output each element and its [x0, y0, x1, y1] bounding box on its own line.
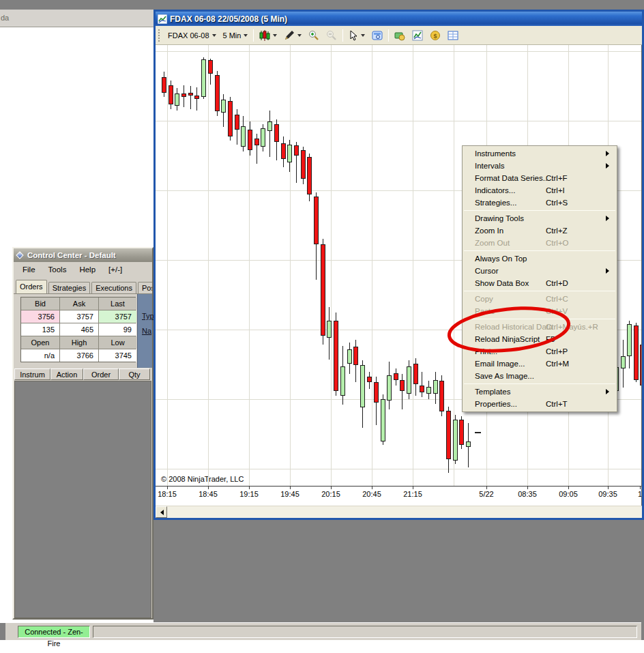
chart-style-button[interactable] — [256, 28, 280, 43]
menu-item-shortcut: Ctrl+P — [546, 345, 568, 358]
market-data-panel: BidAskLast37563757375713546599OpenHighLo… — [14, 293, 152, 367]
menu-item-format-data-series[interactable]: Format Data Series...Ctrl+F — [463, 172, 617, 184]
data-box-button[interactable] — [368, 28, 386, 43]
candle-up — [387, 375, 392, 401]
x-axis-label: 21:15 — [403, 490, 422, 498]
orders-column-headers: InstrumActionOrderQty — [14, 368, 152, 381]
menu-item-label: Print... — [475, 347, 497, 355]
menu-item-show-data-box[interactable]: Show Data BoxCtrl+D — [463, 277, 617, 289]
side-link-typ[interactable]: Typ — [142, 312, 152, 320]
chart-scrollbar[interactable] — [156, 506, 642, 518]
menu-item-always-on-top[interactable]: Always On Top — [463, 252, 617, 265]
new-chart-button[interactable] — [409, 28, 426, 43]
menu-item-cursor[interactable]: Cursor — [463, 265, 617, 277]
candle-up — [407, 366, 411, 394]
menu-item-paste: PasteCtrl+V — [463, 305, 617, 317]
candle-wick — [269, 111, 270, 157]
quote-value-cell: 135 — [21, 323, 59, 336]
menu-item-shortcut: Ctrl+Mayús.+R — [546, 321, 598, 333]
quote-value-cell: 3766 — [60, 349, 98, 362]
candle-up — [433, 380, 438, 394]
candle-up — [340, 366, 345, 396]
drawing-tools-button[interactable] — [280, 28, 305, 43]
candle-down — [188, 93, 193, 96]
menu-item-reload-ninjascript[interactable]: Reload NinjaScriptF5 — [463, 333, 617, 345]
candle-down — [254, 139, 259, 145]
arrow-left-icon — [158, 510, 164, 515]
x-axis-label: 1 — [638, 490, 642, 498]
side-link-na[interactable]: Na — [142, 327, 152, 335]
candle-up — [426, 387, 431, 394]
order-column-instrum[interactable]: Instrum — [14, 368, 50, 380]
quote-value-cell: 99 — [99, 323, 136, 336]
candle-down — [235, 115, 239, 130]
chart-toolbar: FDAX 06-08 5 Min — [156, 26, 642, 45]
menu-item-shortcut: Ctrl+C — [546, 293, 568, 305]
account-button[interactable]: $ — [426, 28, 444, 43]
menu-item-print[interactable]: Print...Ctrl+P — [463, 345, 617, 358]
interval-dropdown[interactable]: 5 Min — [220, 28, 252, 43]
candle-down — [274, 124, 279, 142]
order-column-qty[interactable]: Qty — [119, 368, 150, 380]
quote-value-cell: 3756 — [21, 310, 59, 323]
menu-item-templates[interactable]: Templates — [463, 386, 617, 398]
toolbar-drag-handle[interactable] — [158, 29, 161, 42]
cursor-tool-button[interactable] — [345, 28, 368, 43]
menu-item-strategies[interactable]: Strategies...Ctrl+S — [463, 197, 617, 209]
menu-item-label: Drawing Tools — [475, 214, 524, 222]
cc-menu-help[interactable]: Help — [79, 265, 96, 274]
x-axis-label: 09:35 — [598, 490, 617, 498]
candlestick-style-icon — [259, 30, 270, 41]
market-analyzer-button[interactable] — [391, 28, 409, 43]
control-center-titlebar[interactable]: Control Center - Default — [14, 248, 152, 262]
menu-item-label: Reload Historical Data — [475, 323, 553, 331]
order-column-action[interactable]: Action — [50, 368, 83, 380]
vertical-gridline — [372, 45, 372, 486]
chevron-down-icon — [244, 34, 248, 39]
tab-executions[interactable]: Executions — [91, 282, 136, 293]
candle-down — [314, 197, 319, 244]
quote-value-cell: 465 — [60, 323, 98, 336]
candle-up — [175, 93, 179, 106]
background-window-text: da — [1, 14, 9, 22]
chart-window-titlebar[interactable]: FDAX 06-08 22/05/2008 (5 Min) — [156, 12, 642, 26]
menu-item-intervals[interactable]: Intervals — [463, 160, 617, 172]
order-column-order[interactable]: Order — [83, 368, 119, 380]
x-axis-label: 18:15 — [158, 490, 177, 498]
x-axis-label: 09:05 — [559, 490, 578, 498]
cc-menu-file[interactable]: File — [23, 265, 35, 274]
grid-view-button[interactable] — [444, 28, 462, 43]
menu-item-email-image[interactable]: Email Image...Ctrl+M — [463, 358, 617, 370]
instrument-dropdown[interactable]: FDAX 06-08 — [164, 28, 220, 43]
zoom-in-button[interactable] — [305, 28, 323, 43]
candle-down — [181, 93, 186, 97]
scrollbar-left-button[interactable] — [156, 506, 167, 518]
x-axis-tick — [486, 486, 487, 489]
menu-item-shortcut: Ctrl+T — [546, 398, 568, 410]
candle-up — [201, 59, 206, 97]
x-axis-line — [156, 486, 642, 487]
menu-separator — [464, 250, 615, 251]
tab-posit[interactable]: Posit — [138, 282, 152, 293]
menu-item-label: Zoom Out — [475, 239, 510, 247]
cc-menu-tools[interactable]: Tools — [48, 265, 67, 274]
cc-menu-[interactable]: [+/-] — [108, 265, 122, 274]
x-axis-label: 19:45 — [280, 490, 299, 498]
menu-item-zoom-in[interactable]: Zoom InCtrl+Z — [463, 224, 617, 237]
tab-orders[interactable]: Orders — [16, 280, 47, 293]
menu-item-shortcut: Ctrl+V — [546, 305, 568, 317]
menu-item-drawing-tools[interactable]: Drawing Tools — [463, 212, 617, 224]
menu-item-instruments[interactable]: Instruments — [463, 147, 617, 160]
menu-item-save-as-image[interactable]: Save As Image... — [463, 370, 617, 382]
menu-item-copy: CopyCtrl+C — [463, 293, 617, 305]
candle-wick — [422, 372, 422, 397]
menu-item-indicators[interactable]: Indicators...Ctrl+I — [463, 184, 617, 197]
candle-down — [394, 373, 398, 380]
quote-header-cell: Low — [99, 336, 136, 349]
menu-item-properties[interactable]: Properties...Ctrl+T — [463, 398, 617, 410]
desktop: da Control Center - Default FileToolsHel… — [0, 0, 644, 653]
menu-item-label: Properties... — [475, 400, 517, 408]
menu-item-label: Save As Image... — [475, 372, 534, 380]
tab-strategies[interactable]: Strategies — [48, 282, 91, 293]
candle-down — [353, 347, 358, 365]
